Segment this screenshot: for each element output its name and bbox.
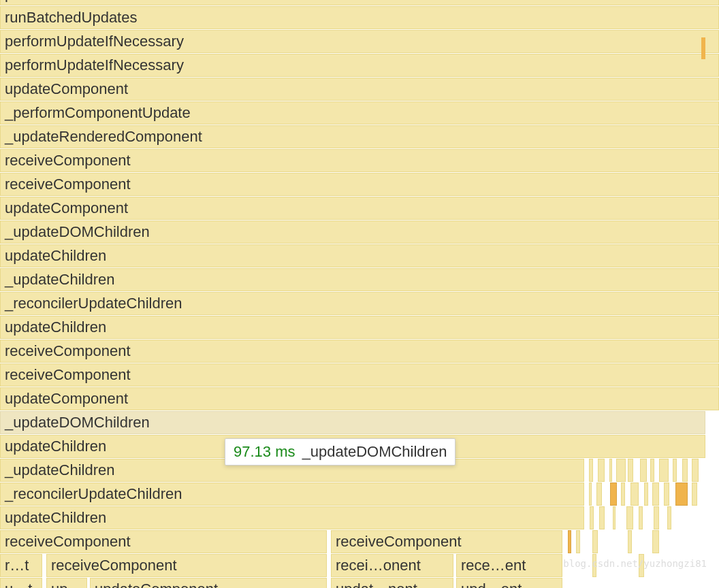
flame-row: r…treceiveComponentrecei…onentrece…ent (0, 554, 719, 577)
flame-row: _updateRenderedComponent (0, 125, 719, 148)
flame-bar[interactable]: rece…ent (456, 554, 562, 577)
flame-row: updateComponent (0, 197, 719, 220)
flame-bar[interactable] (590, 506, 594, 529)
flame-bar[interactable]: up…t (46, 578, 87, 588)
flame-bar[interactable]: u…t (0, 578, 42, 588)
flame-bar[interactable] (592, 530, 598, 553)
flame-bar[interactable]: updat…nent (331, 578, 453, 588)
flame-row: updateComponent (0, 78, 719, 101)
flame-bar[interactable]: _performComponentUpdate (0, 101, 719, 125)
flame-row: receiveComponentreceiveComponent (0, 530, 719, 553)
flame-row: receiveComponent (0, 149, 719, 172)
flame-bar[interactable] (610, 483, 617, 506)
flame-row: updateComponent (0, 387, 719, 410)
flame-bar[interactable] (598, 459, 605, 482)
flame-bar[interactable]: _updateRenderedComponent (0, 125, 719, 148)
flame-bar[interactable] (639, 506, 643, 529)
flame-bar[interactable]: updateChildren (0, 244, 719, 267)
flame-bar[interactable]: r…t (0, 554, 42, 577)
flame-bar[interactable]: _updateChildren (0, 268, 719, 291)
flame-bar[interactable]: updateChildren (0, 506, 584, 529)
flame-row: receiveComponent (0, 173, 719, 196)
flame-chart[interactable]: performrunBatchedUpdatesperformUpdateIfN… (0, 0, 719, 588)
flame-bar[interactable]: receiveComponent (0, 340, 719, 363)
flame-bar[interactable] (599, 506, 605, 529)
flame-bar[interactable] (659, 459, 669, 482)
flame-bar[interactable]: updateComponent (0, 387, 719, 410)
flame-bar[interactable]: _updateDOMChildren (0, 411, 705, 434)
flame-bar[interactable] (667, 506, 671, 529)
flame-bar[interactable]: _reconcilerUpdateChildren (0, 292, 719, 315)
flame-bar[interactable]: upd…ent (456, 578, 562, 588)
flame-bar[interactable] (628, 459, 633, 482)
flame-bar[interactable]: receiveComponent (0, 363, 719, 387)
flame-row: perform (0, 0, 719, 5)
flame-bar[interactable] (616, 459, 626, 482)
flame-bar[interactable] (652, 530, 659, 553)
side-marker (701, 37, 705, 59)
flame-bar[interactable]: recei…onent (331, 554, 453, 577)
flame-bar[interactable] (673, 459, 677, 482)
flame-bar[interactable]: updateComponent (90, 578, 327, 588)
tooltip-duration: 97.13 ms (234, 443, 295, 460)
flame-row: receiveComponent (0, 363, 719, 387)
flame-row: _reconcilerUpdateChildren (0, 483, 719, 506)
flame-bar[interactable]: _reconcilerUpdateChildren (0, 483, 584, 506)
flame-bar[interactable]: receiveComponent (331, 530, 562, 553)
flame-bar[interactable]: receiveComponent (0, 149, 719, 172)
flame-bar[interactable] (664, 483, 669, 506)
flame-bar[interactable] (692, 483, 697, 506)
flame-row: u…tup…tupdateComponentupdat…nentupd…ent (0, 578, 719, 588)
flame-bar[interactable] (592, 554, 596, 577)
flame-bar[interactable]: updateChildren (0, 316, 719, 339)
flame-bar[interactable] (644, 483, 648, 506)
flame-tooltip: 97.13 ms _updateDOMChildren (225, 438, 456, 466)
flame-bar[interactable]: updateComponent (0, 197, 719, 220)
flame-bar[interactable] (692, 459, 699, 482)
flame-row: _updateDOMChildren (0, 411, 719, 434)
flame-bar[interactable] (609, 459, 612, 482)
flame-row: _updateDOMChildren (0, 220, 719, 244)
flame-row: performUpdateIfNecessary (0, 30, 719, 53)
flame-bar[interactable]: runBatchedUpdates (0, 6, 719, 29)
flame-row: _updateChildren (0, 268, 719, 291)
flame-bar[interactable]: receiveComponent (0, 530, 327, 553)
flame-row: performUpdateIfNecessary (0, 54, 719, 77)
flame-bar[interactable] (675, 483, 688, 506)
tooltip-function: _updateDOMChildren (302, 443, 447, 460)
flame-bar[interactable] (589, 483, 592, 506)
flame-bar[interactable]: updateComponent (0, 78, 719, 101)
flame-bar[interactable] (596, 483, 602, 506)
flame-bar[interactable] (640, 459, 647, 482)
flame-bar[interactable]: receiveComponent (46, 554, 327, 577)
flame-row: _reconcilerUpdateChildren (0, 292, 719, 315)
flame-bar[interactable]: perform (0, 0, 719, 5)
flame-row: updateChildren (0, 506, 719, 529)
flame-row: _performComponentUpdate (0, 101, 719, 125)
flame-bar[interactable] (621, 483, 625, 506)
flame-row: runBatchedUpdates (0, 6, 719, 29)
flame-bar[interactable] (654, 506, 659, 529)
flame-bar[interactable] (613, 506, 616, 529)
flame-bar[interactable] (639, 554, 644, 577)
flame-bar[interactable] (652, 483, 659, 506)
flame-bar[interactable] (630, 483, 639, 506)
flame-bar[interactable] (568, 530, 571, 553)
flame-bar[interactable] (650, 459, 654, 482)
flame-bar[interactable] (576, 530, 580, 553)
flame-bar[interactable]: performUpdateIfNecessary (0, 54, 719, 77)
flame-bar[interactable] (682, 459, 688, 482)
flame-row: receiveComponent (0, 340, 719, 363)
flame-bar[interactable]: receiveComponent (0, 173, 719, 196)
flame-row: updateChildren (0, 244, 719, 267)
flame-bar[interactable]: _updateDOMChildren (0, 220, 719, 244)
flame-bar[interactable] (628, 530, 632, 553)
flame-bar[interactable]: performUpdateIfNecessary (0, 30, 719, 53)
flame-bar[interactable] (626, 506, 633, 529)
flame-row: updateChildren (0, 316, 719, 339)
flame-bar[interactable] (589, 459, 593, 482)
